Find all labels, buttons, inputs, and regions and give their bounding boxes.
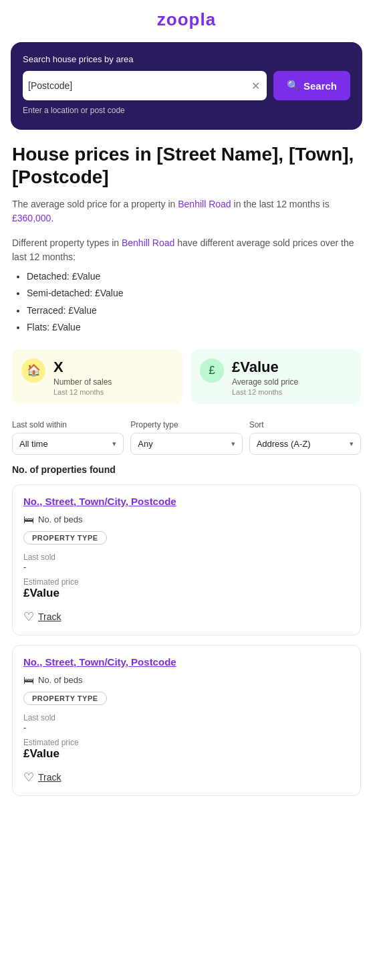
- chevron-down-icon: ▾: [231, 439, 235, 448]
- bed-icon: 🛏: [23, 514, 34, 526]
- property-type-badge: PROPERTY TYPE: [23, 692, 107, 705]
- sort-filter: Sort Address (A-Z) ▾: [249, 420, 361, 455]
- main-content: House prices in [Street Name], [Town], […: [0, 143, 373, 796]
- avg-price-suffix: .: [51, 213, 53, 223]
- types-intro-prefix: Different property types in: [12, 237, 122, 248]
- search-hint: Enter a location or post code: [23, 106, 350, 115]
- sort-label: Sort: [249, 420, 361, 429]
- sales-label: Number of sales: [53, 377, 112, 387]
- sales-stat-info: X Number of sales Last 12 months: [53, 359, 112, 396]
- property-type-label: Property type: [130, 420, 242, 429]
- track-row[interactable]: ♡ Track: [23, 609, 350, 624]
- property-type-badge: PROPERTY TYPE: [23, 531, 107, 545]
- chevron-down-icon: ▾: [350, 439, 354, 448]
- avg-price-stat-label: Average sold price: [232, 377, 298, 387]
- property-types-list: Detached: £Value Semi-detached: £Value T…: [12, 268, 361, 336]
- sort-select[interactable]: Address (A-Z) ▾: [249, 433, 361, 455]
- estimated-price-row: Estimated price £Value: [23, 577, 350, 600]
- search-banner: Search house prices by area ✕ 🔍 Search E…: [11, 42, 362, 130]
- estimated-price-value: £Value: [23, 587, 350, 600]
- header: zoopla: [0, 0, 373, 37]
- stats-row: 🏠 X Number of sales Last 12 months £ £Va…: [12, 349, 361, 404]
- chevron-down-icon: ▾: [112, 439, 116, 448]
- avg-price-text: The average sold price for a property in…: [12, 197, 361, 225]
- search-banner-label: Search house prices by area: [23, 54, 350, 64]
- last-sold-label: Last sold within: [12, 420, 124, 429]
- filters-row: Last sold within All time ▾ Property typ…: [12, 420, 361, 455]
- property-type-select[interactable]: Any ▾: [130, 433, 242, 455]
- property-type-filter: Property type Any ▾: [130, 420, 242, 455]
- property-type-value: Any: [138, 439, 152, 449]
- heart-icon: ♡: [23, 609, 34, 624]
- last-sold-filter: Last sold within All time ▾: [12, 420, 124, 455]
- last-sold-row: Last sold -: [23, 713, 350, 732]
- avg-price-prefix: The average sold price for a property in: [12, 199, 178, 209]
- types-intro-location: Benhill Road: [122, 237, 174, 248]
- property-beds: 🛏 No. of beds: [23, 674, 350, 686]
- search-button[interactable]: 🔍 Search: [273, 71, 350, 100]
- avg-price-stat-card: £ £Value Average sold price Last 12 mont…: [191, 349, 361, 404]
- search-row: ✕ 🔍 Search: [23, 71, 350, 100]
- track-label: Track: [38, 772, 61, 783]
- avg-price-stat-info: £Value Average sold price Last 12 months: [232, 359, 298, 396]
- list-item: Flats: £Value: [27, 319, 361, 336]
- estimated-price-label: Estimated price: [23, 738, 350, 747]
- sales-value: X: [53, 359, 112, 376]
- estimated-price-row: Estimated price £Value: [23, 738, 350, 761]
- track-label: Track: [38, 611, 61, 622]
- sales-stat-card: 🏠 X Number of sales Last 12 months: [12, 349, 182, 404]
- clear-button[interactable]: ✕: [250, 78, 261, 94]
- list-item: Semi-detached: £Value: [27, 285, 361, 302]
- beds-value: No. of beds: [38, 514, 83, 524]
- list-item: Terraced: £Value: [27, 302, 361, 319]
- search-input[interactable]: [28, 80, 250, 91]
- estimated-price-value: £Value: [23, 747, 350, 761]
- property-card: No., Street, Town/City, Postcode 🛏 No. o…: [12, 645, 361, 796]
- property-types-intro: Different property types in Benhill Road…: [12, 236, 361, 264]
- last-sold-value: All time: [19, 439, 48, 449]
- property-beds: 🛏 No. of beds: [23, 514, 350, 526]
- sort-value: Address (A-Z): [257, 439, 311, 449]
- search-icon: 🔍: [287, 80, 299, 92]
- sales-sub: Last 12 months: [53, 388, 112, 396]
- last-sold-detail-value: -: [23, 562, 350, 572]
- avg-price-value: £360,000: [12, 213, 51, 223]
- avg-price-stat-value: £Value: [232, 359, 298, 376]
- search-input-wrapper: ✕: [23, 71, 267, 100]
- avg-price-stat-sub: Last 12 months: [232, 388, 298, 396]
- track-row[interactable]: ♡ Track: [23, 770, 350, 785]
- search-button-label: Search: [303, 80, 337, 92]
- property-card: No., Street, Town/City, Postcode 🛏 No. o…: [12, 484, 361, 635]
- last-sold-detail-label: Last sold: [23, 713, 350, 722]
- results-count: No. of properties found: [12, 464, 361, 475]
- list-item: Detached: £Value: [27, 268, 361, 285]
- avg-price-middle: in the last 12 months is: [231, 199, 330, 209]
- heart-icon: ♡: [23, 770, 34, 785]
- pound-icon: £: [200, 359, 224, 383]
- beds-value: No. of beds: [38, 675, 83, 685]
- last-sold-detail-value: -: [23, 722, 350, 732]
- last-sold-detail-label: Last sold: [23, 553, 350, 562]
- home-icon: 🏠: [21, 359, 45, 383]
- zoopla-logo: zoopla: [157, 9, 216, 29]
- property-address[interactable]: No., Street, Town/City, Postcode: [23, 656, 350, 668]
- last-sold-row: Last sold -: [23, 553, 350, 572]
- last-sold-select[interactable]: All time ▾: [12, 433, 124, 455]
- property-address[interactable]: No., Street, Town/City, Postcode: [23, 496, 350, 507]
- bed-icon: 🛏: [23, 674, 34, 686]
- page-title: House prices in [Street Name], [Town], […: [12, 143, 361, 188]
- estimated-price-label: Estimated price: [23, 577, 350, 587]
- avg-price-location: Benhill Road: [178, 199, 231, 209]
